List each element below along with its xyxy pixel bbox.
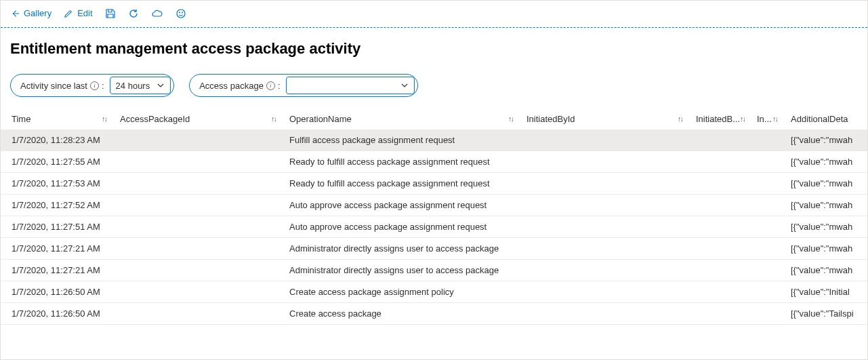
cell-op: Fulfill access package assignment reques… — [283, 135, 520, 145]
activity-filter-label: Activity since last — [20, 81, 87, 91]
back-arrow-icon — [10, 9, 20, 18]
col-add-label: AdditionalDeta — [791, 114, 848, 124]
cell-add: [{"value":"mwah — [784, 222, 859, 232]
cell-add: [{"value":"mwah — [784, 200, 859, 210]
col-in[interactable]: In... ↑↓ — [750, 114, 784, 124]
col-time-label: Time — [12, 114, 30, 124]
table-row[interactable]: 1/7/2020, 11:26:50 AMCreate access packa… — [1, 303, 867, 325]
sort-icon[interactable]: ↑↓ — [740, 115, 745, 123]
table-row[interactable]: 1/7/2020, 11:27:52 AMAuto approve access… — [1, 195, 867, 216]
app-window: Gallery Edit — [0, 0, 868, 360]
svg-point-0 — [177, 9, 185, 18]
table-row[interactable]: 1/7/2020, 11:27:21 AMAdministrator direc… — [1, 238, 867, 260]
svg-point-1 — [179, 12, 180, 13]
col-accesspackageid[interactable]: AccessPackageId ↑↓ — [113, 114, 283, 124]
package-filter-label: Access package — [199, 81, 264, 91]
gallery-link[interactable]: Gallery — [10, 8, 51, 18]
cell-add: [{"value":"mwah — [784, 178, 859, 188]
col-apid-label: AccessPackageId — [120, 114, 190, 124]
info-icon[interactable]: i — [266, 81, 275, 90]
table-row[interactable]: 1/7/2020, 11:27:21 AMAdministrator direc… — [1, 260, 867, 281]
cell-add: [{"value":"mwah — [784, 243, 859, 254]
col-ibn-label: InitiatedB... — [696, 114, 740, 124]
cell-add: [{"value":"Initial — [784, 287, 859, 297]
cell-time: 1/7/2020, 11:27:53 AM — [5, 178, 113, 188]
cell-op: Ready to fulfill access package assignme… — [283, 178, 520, 188]
cell-add: [{"value":"Tailspi — [784, 308, 859, 319]
cell-time: 1/7/2020, 11:26:50 AM — [5, 287, 113, 297]
col-op-label: OperationName — [289, 114, 352, 124]
col-ibid-label: InitiatedById — [526, 114, 575, 124]
page-title: Entitlement management access package ac… — [1, 28, 867, 58]
cell-add: [{"value":"mwah — [784, 135, 859, 145]
gallery-label: Gallery — [24, 8, 51, 18]
table-row[interactable]: 1/7/2020, 11:27:55 AMReady to fulfill ac… — [1, 151, 867, 173]
cell-op: Administrator directly assigns user to a… — [283, 243, 520, 254]
cell-op: Auto approve access package assignment r… — [283, 222, 520, 232]
filter-bar: Activity since last i : 24 hours Access … — [1, 58, 867, 108]
cell-op: Administrator directly assigns user to a… — [283, 265, 520, 275]
sort-icon[interactable]: ↑↓ — [508, 115, 513, 123]
cell-time: 1/7/2020, 11:27:21 AM — [5, 265, 113, 275]
cell-op: Auto approve access package assignment r… — [283, 200, 520, 210]
smiley-button[interactable] — [175, 8, 186, 19]
table-row[interactable]: 1/7/2020, 11:27:53 AMReady to fulfill ac… — [1, 173, 867, 195]
save-button[interactable] — [105, 8, 116, 19]
sort-icon[interactable]: ↑↓ — [102, 115, 106, 123]
activity-filter-select[interactable]: 24 hours — [110, 77, 171, 94]
cell-add: [{"value":"mwah — [784, 265, 859, 275]
cell-time: 1/7/2020, 11:27:55 AM — [5, 157, 113, 167]
table-row[interactable]: 1/7/2020, 11:26:50 AMCreate access packa… — [1, 281, 867, 303]
cell-time: 1/7/2020, 11:27:51 AM — [5, 222, 113, 232]
col-additionaldetails[interactable]: AdditionalDeta — [784, 114, 859, 124]
grid-header: Time ↑↓ AccessPackageId ↑↓ OperationName… — [1, 108, 867, 129]
col-initiatedbyname[interactable]: InitiatedB... ↑↓ — [689, 114, 750, 124]
chevron-down-icon — [157, 81, 165, 89]
cell-time: 1/7/2020, 11:27:52 AM — [5, 200, 113, 210]
activity-filter: Activity since last i : 24 hours — [10, 74, 174, 97]
package-filter: Access package i : — [189, 74, 417, 97]
cell-op: Create access package — [283, 308, 520, 319]
col-in-label: In... — [757, 114, 772, 124]
col-operationname[interactable]: OperationName ↑↓ — [283, 114, 520, 124]
activity-filter-value: 24 hours — [116, 81, 150, 91]
cell-op: Create access package assignment policy — [283, 287, 520, 297]
refresh-button[interactable] — [128, 8, 139, 19]
table-row[interactable]: 1/7/2020, 11:28:23 AMFulfill access pack… — [1, 129, 867, 151]
grid-body: 1/7/2020, 11:28:23 AMFulfill access pack… — [1, 129, 867, 325]
col-initiatedbyid[interactable]: InitiatedById ↑↓ — [520, 114, 689, 124]
cell-time: 1/7/2020, 11:28:23 AM — [5, 135, 113, 145]
cloud-button[interactable] — [151, 8, 163, 19]
edit-link[interactable]: Edit — [64, 8, 92, 18]
toolbar: Gallery Edit — [1, 1, 867, 28]
sort-icon[interactable]: ↑↓ — [772, 115, 777, 123]
col-time[interactable]: Time ↑↓ — [5, 114, 113, 124]
package-filter-select[interactable] — [286, 77, 415, 94]
cell-op: Ready to fulfill access package assignme… — [283, 157, 520, 167]
cell-time: 1/7/2020, 11:26:50 AM — [5, 308, 113, 319]
pencil-icon — [64, 9, 73, 18]
table-row[interactable]: 1/7/2020, 11:27:51 AMAuto approve access… — [1, 216, 867, 238]
sort-icon[interactable]: ↑↓ — [678, 115, 682, 123]
sort-icon[interactable]: ↑↓ — [271, 115, 276, 123]
edit-label: Edit — [77, 8, 92, 18]
cell-time: 1/7/2020, 11:27:21 AM — [5, 243, 113, 254]
svg-point-2 — [182, 12, 182, 13]
data-grid: Time ↑↓ AccessPackageId ↑↓ OperationName… — [1, 108, 867, 325]
chevron-down-icon — [400, 81, 409, 89]
cell-add: [{"value":"mwah — [784, 157, 859, 167]
info-icon[interactable]: i — [90, 81, 99, 90]
